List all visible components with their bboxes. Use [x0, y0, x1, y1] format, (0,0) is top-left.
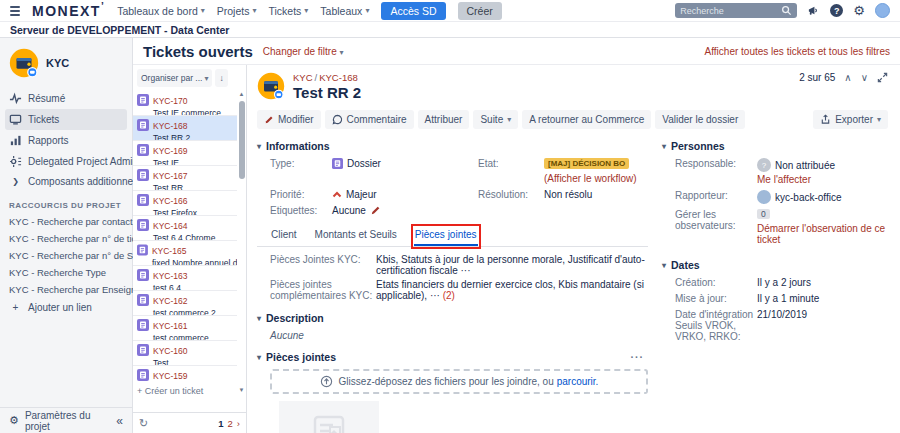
page-1[interactable]: 1: [218, 418, 223, 429]
user-avatar[interactable]: [875, 3, 890, 18]
collapse-sidebar-icon[interactable]: «: [116, 414, 123, 428]
tab-montants-et-seuils[interactable]: Montants et Seuils: [314, 227, 398, 246]
ticket-row-kyc-160[interactable]: KYC-160Test: [133, 341, 237, 366]
arrow-down-icon: ↓: [219, 73, 223, 83]
create-button[interactable]: Créer: [458, 2, 502, 20]
acces-sd-button[interactable]: Accès SD: [381, 2, 445, 20]
show-all-filters-link[interactable]: Afficher toutes les tickets et tous les …: [705, 46, 890, 57]
shortcut-recherche-siret[interactable]: KYC - Recherche par n° de SIRET: [5, 247, 127, 264]
more-actions-button[interactable]: Suite▾: [473, 110, 518, 129]
nav-tableaux-de-bord[interactable]: Tableaux de bord▾: [117, 5, 205, 17]
browse-files-link[interactable]: parcourir.: [557, 376, 599, 387]
settings-gear-icon[interactable]: ⚙: [853, 4, 865, 17]
next-page-icon[interactable]: ›: [237, 418, 240, 429]
collapse-section-icon[interactable]: ▾: [257, 142, 261, 151]
announcement-icon[interactable]: [807, 4, 820, 17]
chart-icon: [9, 134, 22, 147]
ticket-row-kyc-165[interactable]: KYC-165fixed Nombre annuel d...: [133, 241, 237, 266]
page-2[interactable]: 2: [228, 418, 233, 429]
created-label: Création:: [675, 277, 757, 288]
shortcut-recherche-type[interactable]: KYC - Recherche Type: [5, 264, 127, 281]
scroll-up-icon[interactable]: ▲: [237, 91, 246, 97]
issue-type-icon: [137, 319, 149, 331]
plus-icon: +: [9, 302, 22, 313]
sort-direction-button[interactable]: ↓: [215, 69, 227, 87]
sidebar-item-tickets[interactable]: Tickets: [5, 109, 127, 130]
list-scrollbar[interactable]: ▲ ▼: [237, 91, 246, 393]
help-icon[interactable]: ?: [830, 4, 843, 17]
assign-to-me-link[interactable]: Me l'affecter: [757, 174, 900, 185]
ticket-row-kyc-168-selected[interactable]: KYC-168Test RR 2: [133, 116, 237, 141]
ticket-row-kyc-161[interactable]: KYC-161test commerce: [133, 316, 237, 341]
return-to-commerce-button[interactable]: A retourner au Commerce: [522, 110, 651, 129]
chevron-down-icon: ▾: [365, 6, 369, 15]
ticket-row-kyc-162[interactable]: KYC-162test commerce 2: [133, 291, 237, 316]
detail-tabs: Client Montants et Seuils Pièces jointes: [257, 227, 648, 247]
tab-client[interactable]: Client: [270, 227, 298, 246]
ticket-row-kyc-167[interactable]: KYC-167Test RR: [133, 166, 237, 191]
expand-icon[interactable]: [877, 72, 888, 83]
scrollbar-thumb[interactable]: [239, 101, 245, 179]
scroll-down-icon[interactable]: ▼: [237, 387, 246, 393]
refresh-icon[interactable]: ↻: [139, 417, 148, 430]
next-issue-icon[interactable]: ∨: [861, 72, 868, 83]
nav-tickets[interactable]: Tickets▾: [268, 5, 308, 17]
nav-projets[interactable]: Projets▾: [217, 5, 257, 17]
issue-type-icon: [137, 294, 149, 306]
watchers-label: Gérer les observateurs:: [675, 209, 757, 231]
shortcut-recherche-contact[interactable]: KYC - Recherche par contact: [5, 213, 127, 230]
updated-label: Mise à jour:: [675, 293, 757, 304]
ticket-row-kyc-169[interactable]: KYC-169Test IE: [133, 141, 237, 166]
create-ticket-link[interactable]: + Créer un ticket: [133, 382, 237, 400]
reporter-label: Rapporteur:: [675, 190, 757, 201]
breadcrumb-project-link[interactable]: KYC: [293, 72, 313, 83]
comment-button[interactable]: Commentaire: [325, 110, 414, 129]
issue-type-icon: [137, 269, 149, 281]
assign-button[interactable]: Attribuer: [418, 110, 470, 129]
issue-title: Test RR 2: [293, 84, 361, 101]
sidebar-item-delegated-admin[interactable]: Delegated Project Admin: [5, 151, 127, 172]
validate-dossier-button[interactable]: Valider le dossier: [655, 110, 745, 129]
sidebar-item-composants[interactable]: ❯ Composants additionnels: [5, 172, 127, 191]
add-link-button[interactable]: + Ajouter un lien: [5, 298, 127, 317]
attachment-card[interactable]: IBAN TEST.docx Il y a 1 minute 13 kB: [279, 401, 379, 433]
project-header[interactable]: KYC: [5, 46, 127, 88]
ticket-row-kyc-166[interactable]: KYC-166Test Firefox: [133, 191, 237, 216]
change-filter-link[interactable]: Changer de filtre ▾: [263, 46, 344, 57]
project-settings-label[interactable]: Paramètres du projet: [25, 410, 110, 432]
previous-issue-icon[interactable]: ∧: [844, 72, 851, 83]
search-box[interactable]: [675, 3, 797, 18]
show-workflow-link[interactable]: (Afficher le workflow): [544, 173, 637, 184]
reporter-value[interactable]: kyc-back-office: [775, 192, 842, 203]
attachment-dropzone[interactable]: Glissez-déposez des fichiers pour les jo…: [270, 369, 648, 394]
export-button[interactable]: Exporter▾: [813, 110, 888, 129]
collapse-section-icon[interactable]: ▾: [662, 261, 666, 270]
attachment-thumbnail[interactable]: [279, 401, 379, 433]
attachments-more-icon[interactable]: ···: [631, 351, 649, 363]
shortcut-recherche-ticket[interactable]: KYC - Recherche par n° de ticket: [5, 230, 127, 247]
collapse-section-icon[interactable]: ▾: [257, 314, 261, 323]
breadcrumb-issue-link[interactable]: KYC-168: [319, 72, 358, 83]
project-settings-gear-icon[interactable]: ⚙: [9, 414, 19, 427]
resolution-value: Non résolu: [544, 189, 648, 200]
monext-logo[interactable]: MONEXT’: [32, 3, 105, 19]
sidebar-item-rapports[interactable]: Rapports: [5, 130, 127, 151]
ticket-row-kyc-170[interactable]: KYC-170Test IE commerce: [133, 91, 237, 116]
start-watching-link[interactable]: Démarrer l'observation de ce ticket: [757, 223, 900, 245]
order-by-button[interactable]: Organiser par ...▾: [137, 69, 212, 87]
collapse-section-icon[interactable]: ▾: [662, 142, 666, 151]
tab-pieces-jointes[interactable]: Pièces jointes: [414, 227, 478, 246]
ticket-row-kyc-164[interactable]: KYC-164Test 6.4 Chrome: [133, 216, 237, 241]
shortcut-recherche-enseigne[interactable]: KYC - Recherche par Enseigne: [5, 281, 127, 298]
ticket-row-kyc-159[interactable]: KYC-159: [133, 366, 237, 382]
edit-button[interactable]: Modifier: [257, 110, 321, 129]
gear-list-icon: [9, 155, 22, 168]
nav-tableaux[interactable]: Tableaux▾: [320, 5, 369, 17]
collapse-section-icon[interactable]: ▾: [257, 353, 261, 362]
search-input[interactable]: [680, 6, 781, 16]
app-switcher-icon[interactable]: [10, 6, 20, 16]
edit-labels-pencil-icon[interactable]: [370, 205, 381, 216]
sidebar-item-resume[interactable]: Résumé: [5, 88, 127, 109]
people-section-header: ▾ Personnes: [662, 140, 900, 152]
ticket-row-kyc-163[interactable]: KYC-163test 6.4: [133, 266, 237, 291]
